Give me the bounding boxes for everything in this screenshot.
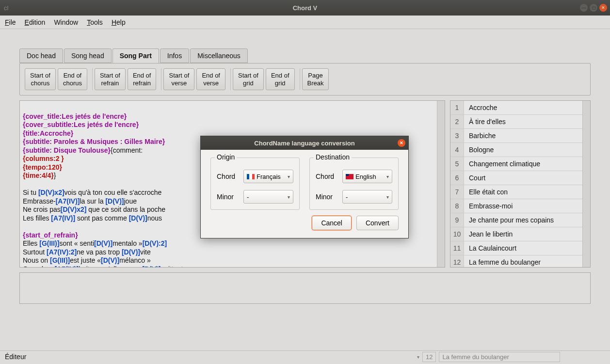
cancel-button[interactable]: Cancel <box>312 216 352 230</box>
flag-fr-icon <box>247 174 255 179</box>
minor-label: Minor <box>316 193 342 201</box>
origin-minor-select[interactable]: - <box>243 190 293 204</box>
convert-button[interactable]: Convert <box>356 216 399 230</box>
chord-label: Chord <box>316 173 342 180</box>
dialog-close-icon[interactable]: ✕ <box>398 139 405 147</box>
destination-group: Destination Chord English Minor - <box>309 158 399 210</box>
dialog-titlebar[interactable]: ChordName language conversion ✕ <box>201 136 408 150</box>
flag-en-icon <box>346 174 353 179</box>
origin-label: Origin <box>215 153 237 161</box>
dialog-title: ChordName language conversion <box>254 140 354 147</box>
dest-minor-select[interactable]: - <box>342 190 392 204</box>
origin-chord-select[interactable]: Français <box>243 170 293 183</box>
dest-chord-select[interactable]: English <box>342 170 392 183</box>
chordname-conversion-dialog: ChordName language conversion ✕ Origin C… <box>200 136 409 238</box>
destination-label: Destination <box>314 153 352 161</box>
chord-label: Chord <box>217 173 243 180</box>
minor-label: Minor <box>217 193 243 201</box>
origin-group: Origin Chord Français Minor - <box>210 158 300 210</box>
